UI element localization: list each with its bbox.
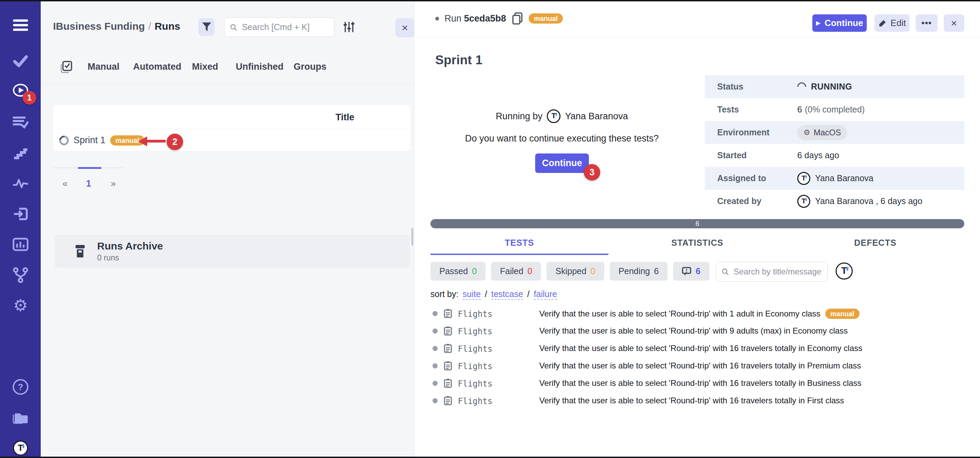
plans-list-icon[interactable] <box>13 114 29 130</box>
ellipsis-icon: ••• <box>921 18 932 29</box>
pagination-rail <box>53 168 124 168</box>
pagination-prev[interactable]: « <box>62 178 67 189</box>
test-suite[interactable]: Flights <box>458 344 492 354</box>
run-id: 5ceda5b8 <box>464 13 506 24</box>
run-progress-bar: 6 <box>430 219 964 228</box>
activity-pulse-icon[interactable] <box>13 175 29 191</box>
import-icon[interactable] <box>13 206 29 222</box>
window-bottom-edge <box>0 456 980 458</box>
close-icon: × <box>951 17 957 29</box>
test-suite[interactable]: Flights <box>458 309 492 319</box>
breadcrumb-project[interactable]: IBusiness Funding <box>53 21 145 32</box>
run-bullet-icon <box>435 17 439 21</box>
test-row[interactable]: Flights Verify that the user is able to … <box>414 340 893 357</box>
creator-name: Yana Baranova , 6 days ago <box>815 196 923 206</box>
test-title[interactable]: Verify that the user is able to select '… <box>539 378 862 388</box>
sort-by-testcase[interactable]: testcase <box>492 289 523 300</box>
detail-row-started: Started 6 days ago <box>705 144 964 167</box>
assignee-avatar: T <box>797 172 810 185</box>
table-header: Title <box>53 105 410 129</box>
spinner-icon <box>795 80 808 93</box>
test-title[interactable]: Verify that the user is able to select '… <box>539 309 821 319</box>
tests-search-input[interactable] <box>733 266 822 277</box>
run-title: Sprint 1 <box>435 53 482 67</box>
runs-archive-card[interactable]: Runs Archive 0 runs <box>55 235 410 268</box>
gear-icon[interactable]: ⚙ <box>13 298 29 314</box>
test-title[interactable]: Verify that the user is able to select '… <box>539 344 862 353</box>
play-icon: ▶ <box>816 20 821 26</box>
filter-button[interactable] <box>199 18 215 36</box>
tests-check-icon[interactable] <box>13 53 29 69</box>
filter-comments[interactable]: 6 <box>673 262 710 281</box>
continue-button-main[interactable]: Continue <box>535 154 589 173</box>
sort-by-suite[interactable]: suite <box>463 289 481 300</box>
pagination-next[interactable]: » <box>111 178 116 189</box>
column-settings-icon[interactable] <box>343 21 355 33</box>
scrollbar-thumb[interactable] <box>411 228 414 246</box>
select-all-icon[interactable] <box>60 61 72 73</box>
tab-automated[interactable]: Automated <box>133 62 181 72</box>
pagination-page-1[interactable]: 1 <box>86 178 91 189</box>
test-status-dot <box>433 311 438 316</box>
testcase-icon <box>444 361 452 371</box>
run-row-sprint-1[interactable]: Sprint 1 manual <box>53 129 410 151</box>
annotation-step-1: 1 <box>22 91 36 105</box>
filter-passed[interactable]: Passed0 <box>430 262 485 281</box>
tab-defects[interactable]: DEFECTS <box>786 238 964 248</box>
steps-icon[interactable] <box>13 145 29 161</box>
tab-tests[interactable]: TESTS <box>430 238 608 248</box>
filter-skipped[interactable]: Skipped0 <box>546 262 604 281</box>
archive-title: Runs Archive <box>97 240 163 252</box>
run-badge: manual <box>529 13 563 24</box>
sort-by-failure[interactable]: failure <box>534 289 557 300</box>
user-logo-avatar[interactable]: T <box>13 440 29 456</box>
test-title[interactable]: Verify that the user is able to select '… <box>539 326 848 336</box>
test-title[interactable]: Verify that the user is able to select '… <box>539 396 844 406</box>
annotation-step-3: 3 <box>584 164 600 181</box>
close-panel-button[interactable]: × <box>395 18 414 37</box>
test-suite[interactable]: Flights <box>458 361 492 371</box>
continue-button-header[interactable]: ▶Continue <box>812 14 867 32</box>
test-suite[interactable]: Flights <box>458 379 492 388</box>
edit-button[interactable]: Edit <box>875 14 910 32</box>
menu-icon[interactable] <box>13 17 29 33</box>
search-icon <box>722 268 729 276</box>
progress-count: 6 <box>695 220 699 228</box>
run-row-title[interactable]: Sprint 1 <box>73 135 105 146</box>
test-suite[interactable]: Flights <box>458 327 492 336</box>
filter-user-avatar[interactable]: T <box>835 263 853 280</box>
test-row[interactable]: Flights Verify that the user is able to … <box>414 322 893 340</box>
tab-manual[interactable]: Manual <box>88 62 119 72</box>
close-icon: × <box>402 22 408 34</box>
annotation-step-2: 2 <box>167 134 183 150</box>
detail-row-created: Created by TYana Baranova , 6 days ago <box>705 190 964 212</box>
run-status-icon <box>57 134 70 147</box>
help-icon[interactable]: ? <box>13 379 29 395</box>
projects-folder-icon[interactable] <box>13 409 29 425</box>
test-row[interactable]: Flights Verify that the user is able to … <box>414 392 893 409</box>
test-row[interactable]: Flights Verify that the user is able to … <box>414 305 893 322</box>
continue-question: Do you want to continue executing these … <box>435 133 689 144</box>
filter-failed[interactable]: Failed0 <box>491 262 541 281</box>
detail-row-assigned: Assigned to TYana Baranova <box>705 167 964 190</box>
archive-count: 0 runs <box>97 253 163 263</box>
environment-chip[interactable]: ⚙MacOS <box>797 125 847 140</box>
copy-icon[interactable] <box>512 12 523 25</box>
more-button[interactable]: ••• <box>916 14 937 32</box>
branch-icon[interactable] <box>13 267 29 283</box>
close-run-button[interactable]: × <box>944 14 964 32</box>
test-title[interactable]: Verify that the user is able to select '… <box>539 361 861 371</box>
active-tab-underline <box>430 254 608 255</box>
tab-unfinished[interactable]: Unfinished <box>236 62 284 72</box>
filter-pending[interactable]: Pending6 <box>610 262 668 281</box>
title-column-header: Title <box>335 112 354 123</box>
test-suite[interactable]: Flights <box>458 396 492 406</box>
runs-search-input[interactable] <box>241 22 328 32</box>
tab-groups[interactable]: Groups <box>294 62 326 72</box>
tab-mixed[interactable]: Mixed <box>192 62 218 72</box>
test-row[interactable]: Flights Verify that the user is able to … <box>414 357 893 375</box>
tab-statistics[interactable]: STATISTICS <box>608 238 786 248</box>
test-row[interactable]: Flights Verify that the user is able to … <box>414 375 893 392</box>
assignee-name: Yana Baranova <box>815 173 873 183</box>
reports-chart-icon[interactable] <box>13 236 29 252</box>
